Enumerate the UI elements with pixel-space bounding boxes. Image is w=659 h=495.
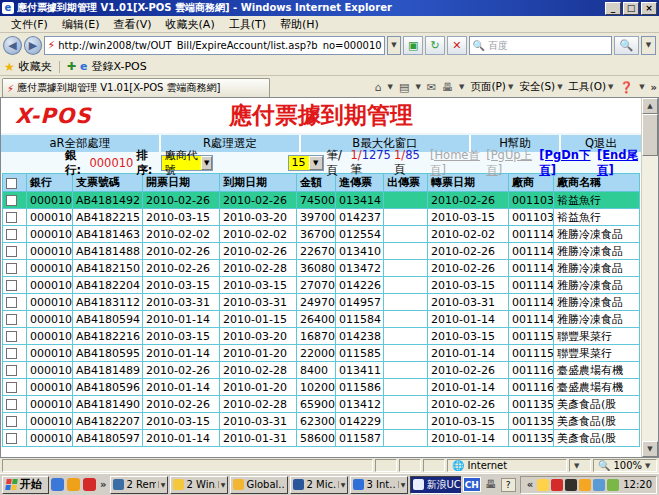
qq-red-icon[interactable] — [551, 479, 563, 491]
row-checkbox[interactable] — [6, 246, 17, 257]
home-dropdown-icon[interactable]: ▼ — [388, 83, 393, 91]
language-indicator[interactable]: CH — [463, 477, 481, 492]
row-checkbox[interactable] — [6, 348, 17, 359]
tray-collapse-icon[interactable]: « — [527, 479, 533, 490]
compatibility-view-icon[interactable]: ▣ — [403, 36, 423, 55]
read-mail-icon[interactable]: ✉ — [427, 81, 436, 94]
taskbar-button[interactable]: Global... — [230, 476, 288, 494]
favorites-label[interactable]: 收藏夹 — [19, 59, 52, 74]
row-checkbox[interactable] — [6, 229, 17, 240]
row-checkbox[interactable] — [6, 314, 17, 325]
menu-item[interactable]: 收藏夹(A) — [159, 16, 222, 33]
table-row[interactable]: 000010AB41822162010-03-152010-03-2016870… — [3, 328, 640, 345]
menu-item[interactable]: 帮助(H) — [273, 16, 326, 33]
taskbar-group-dropdown-icon[interactable]: ▼ — [338, 481, 346, 488]
scroll-thumb[interactable] — [642, 114, 658, 156]
row-checkbox[interactable] — [6, 297, 17, 308]
pagination-link[interactable]: [PgDn下頁] — [539, 148, 591, 178]
qq-icon[interactable] — [83, 478, 96, 491]
safety-menu[interactable]: 安全(S)▼ — [519, 80, 562, 94]
maximize-button[interactable]: □ — [623, 2, 639, 15]
page-menu[interactable]: 页面(P)▼ — [470, 80, 513, 94]
zoom-control[interactable]: 🔍 100% ▼ — [593, 459, 657, 472]
penguin-icon[interactable] — [565, 479, 577, 491]
help-dropdown-icon[interactable]: ▼ — [639, 83, 644, 91]
menu-item[interactable]: 工具(T) — [222, 16, 273, 33]
browser-tab[interactable]: ⚡ 應付票據到期管理 V1.01[X-POS 雲端商務網] — [2, 78, 270, 97]
table-row[interactable]: 000010AB41822042010-03-152010-03-1527070… — [3, 277, 640, 294]
favorites-star-icon[interactable]: ★ — [4, 60, 15, 74]
minimize-button[interactable]: _ — [605, 2, 621, 15]
tools-menu[interactable]: 工具(O)▼ — [569, 80, 614, 94]
row-checkbox[interactable] — [6, 382, 17, 393]
quick-launch-more-icon[interactable]: » — [100, 479, 106, 490]
pagination-link[interactable]: [End尾頁] — [597, 148, 641, 178]
stop-icon[interactable]: ✕ — [447, 36, 467, 55]
row-checkbox[interactable] — [6, 263, 17, 274]
table-row[interactable]: 000010AB41814882010-02-262010-02-2622670… — [3, 243, 640, 260]
taskbar-button[interactable]: 新浪UC — [410, 476, 460, 494]
taskbar-group-dropdown-icon[interactable]: ▼ — [398, 481, 406, 488]
table-row[interactable]: 000010AB41805962010-01-142010-01-2010200… — [3, 379, 640, 396]
feeds-dropdown-icon[interactable]: ▼ — [415, 83, 420, 91]
uc-icon[interactable] — [67, 478, 80, 491]
row-checkbox[interactable] — [6, 416, 17, 427]
back-icon[interactable]: ◀ — [3, 36, 22, 55]
menu-item[interactable]: 查看(V) — [106, 16, 158, 33]
msn-icon[interactable] — [593, 479, 605, 491]
table-row[interactable]: 000010AB41822152010-03-152010-03-2039700… — [3, 209, 640, 226]
select-all-checkbox[interactable] — [6, 178, 17, 189]
alert-icon[interactable] — [579, 479, 591, 491]
print-icon[interactable]: 🖶 — [442, 81, 453, 94]
page-size-select[interactable]: 15 ▼ — [288, 155, 324, 171]
scroll-down-icon[interactable]: ▼ — [642, 441, 658, 457]
help-icon[interactable]: ❓ — [619, 81, 633, 94]
taskbar-button[interactable]: 2 Rem...▼ — [110, 476, 168, 494]
printer-tray-icon[interactable]: 🖶 — [483, 478, 499, 491]
notes-icon[interactable] — [537, 479, 549, 491]
row-checkbox[interactable] — [6, 212, 17, 223]
table-row[interactable]: 000010AB41814632010-02-022010-02-0236700… — [3, 226, 640, 243]
vertical-scrollbar[interactable]: ▲ ▼ — [641, 98, 658, 457]
table-row[interactable]: 000010AB41814892010-02-262010-02-2884000… — [3, 362, 640, 379]
language-help-icon[interactable]: ? — [501, 478, 516, 492]
taskbar-group-dropdown-icon[interactable]: ▼ — [218, 481, 226, 488]
protected-mode-pane[interactable]: ▼ — [569, 459, 591, 472]
favorite-link[interactable]: 登錄X-POS — [91, 59, 146, 74]
table-row[interactable]: 000010AB41805972010-01-142010-01-3158600… — [3, 430, 640, 447]
sort-select[interactable]: 廠商代號 ▼ — [161, 155, 213, 171]
taskbar-group-dropdown-icon[interactable]: ▼ — [158, 481, 166, 488]
table-row[interactable]: 000010AB41822072010-03-152010-03-3162300… — [3, 413, 640, 430]
messenger-icon[interactable] — [51, 478, 64, 491]
table-row[interactable]: 000010AB41805952010-01-142010-01-2022000… — [3, 345, 640, 362]
address-dropdown-icon[interactable]: ▼ — [387, 36, 402, 55]
row-checkbox[interactable] — [6, 433, 17, 444]
feeds-icon[interactable]: ▤ — [399, 81, 409, 94]
home-icon[interactable]: ⌂ — [375, 81, 382, 94]
table-row[interactable]: 000010AB41831122010-03-312010-03-3124970… — [3, 294, 640, 311]
search-go-icon[interactable]: 🔍 — [614, 36, 640, 55]
start-button[interactable]: 开始 — [2, 476, 49, 494]
search-options-icon[interactable]: ▼ — [641, 36, 656, 55]
table-row[interactable]: 000010AB41805942010-01-142010-01-1526400… — [3, 311, 640, 328]
row-checkbox[interactable] — [6, 399, 17, 410]
add-favorite-icon[interactable]: ✚ — [67, 60, 76, 73]
row-checkbox[interactable] — [6, 365, 17, 376]
row-checkbox[interactable] — [6, 280, 17, 291]
address-input[interactable]: ⚡ http://win2008/tw/OUT_Bill/ExpireAccou… — [44, 36, 384, 55]
taskbar-button[interactable]: 2 Win...▼ — [170, 476, 228, 494]
sort-dropdown-icon[interactable]: ▼ — [201, 156, 212, 170]
menu-item[interactable]: 编辑(E) — [55, 16, 107, 33]
menu-item[interactable]: 文件(F) — [4, 16, 55, 33]
scroll-up-icon[interactable]: ▲ — [642, 98, 658, 114]
taskbar-button[interactable]: 3 Int...▼ — [350, 476, 408, 494]
search-input[interactable]: 🔍 百度 — [469, 36, 612, 55]
scheduler-icon[interactable] — [607, 479, 619, 491]
refresh-icon[interactable]: ↻ — [425, 36, 445, 55]
print-dropdown-icon[interactable]: ▼ — [459, 83, 464, 91]
more-commands-icon[interactable]: » — [651, 82, 657, 93]
table-row[interactable]: 000010AB41814922010-02-262010-02-2674500… — [3, 192, 640, 209]
table-row[interactable]: 000010AB41821502010-02-262010-02-2836080… — [3, 260, 640, 277]
taskbar-button[interactable]: 2 Mic...▼ — [290, 476, 348, 494]
table-row[interactable]: 000010AB41814902010-02-262010-02-2865900… — [3, 396, 640, 413]
